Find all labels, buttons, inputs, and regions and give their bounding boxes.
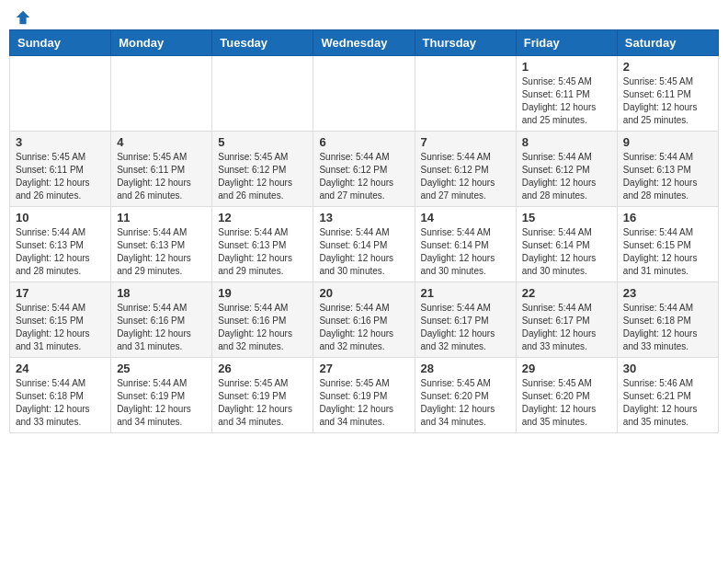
day-number: 28 [421, 362, 510, 375]
day-info: Sunrise: 5:44 AMSunset: 6:14 PMDaylight:… [522, 226, 611, 278]
day-number: 8 [522, 135, 611, 149]
calendar-day-cell: 19Sunrise: 5:44 AMSunset: 6:16 PMDayligh… [212, 282, 313, 358]
day-number: 26 [218, 362, 307, 375]
day-number: 19 [218, 286, 307, 300]
calendar-day-header: Monday [111, 30, 212, 56]
calendar-day-cell: 22Sunrise: 5:44 AMSunset: 6:17 PMDayligh… [516, 282, 617, 358]
day-number: 1 [522, 60, 611, 74]
day-number: 18 [117, 286, 206, 300]
calendar-week-row: 10Sunrise: 5:44 AMSunset: 6:13 PMDayligh… [10, 207, 719, 282]
day-info: Sunrise: 5:44 AMSunset: 6:12 PMDaylight:… [319, 151, 408, 202]
day-info: Sunrise: 5:44 AMSunset: 6:17 PMDaylight:… [421, 302, 510, 353]
calendar-day-cell: 4Sunrise: 5:45 AMSunset: 6:11 PMDaylight… [111, 132, 212, 207]
calendar-header-row: SundayMondayTuesdayWednesdayThursdayFrid… [10, 30, 719, 56]
day-info: Sunrise: 5:44 AMSunset: 6:17 PMDaylight:… [522, 302, 611, 353]
calendar-day-cell: 20Sunrise: 5:44 AMSunset: 6:16 PMDayligh… [313, 282, 415, 358]
day-info: Sunrise: 5:44 AMSunset: 6:14 PMDaylight:… [421, 226, 510, 278]
calendar-day-cell: 17Sunrise: 5:44 AMSunset: 6:15 PMDayligh… [10, 282, 111, 358]
calendar-week-row: 1Sunrise: 5:45 AMSunset: 6:11 PMDaylight… [10, 56, 719, 132]
calendar-day-header: Wednesday [313, 30, 415, 56]
day-info: Sunrise: 5:45 AMSunset: 6:11 PMDaylight:… [16, 151, 105, 202]
day-number: 20 [319, 286, 408, 300]
calendar-day-header: Sunday [10, 30, 111, 56]
calendar-day-cell [212, 56, 313, 132]
calendar-day-cell: 29Sunrise: 5:45 AMSunset: 6:20 PMDayligh… [516, 358, 617, 433]
day-number: 30 [623, 362, 712, 375]
calendar-day-cell: 13Sunrise: 5:44 AMSunset: 6:14 PMDayligh… [313, 207, 415, 282]
calendar-day-cell [313, 56, 415, 132]
day-number: 12 [218, 211, 307, 224]
day-info: Sunrise: 5:45 AMSunset: 6:12 PMDaylight:… [218, 151, 307, 202]
day-info: Sunrise: 5:44 AMSunset: 6:13 PMDaylight:… [218, 226, 307, 278]
day-info: Sunrise: 5:44 AMSunset: 6:18 PMDaylight:… [16, 377, 105, 429]
calendar-day-cell [10, 56, 111, 132]
day-info: Sunrise: 5:44 AMSunset: 6:15 PMDaylight:… [16, 302, 105, 353]
day-info: Sunrise: 5:45 AMSunset: 6:19 PMDaylight:… [218, 377, 307, 429]
calendar-day-cell [111, 56, 212, 132]
day-info: Sunrise: 5:45 AMSunset: 6:11 PMDaylight:… [623, 75, 712, 127]
calendar-day-cell: 6Sunrise: 5:44 AMSunset: 6:12 PMDaylight… [313, 132, 415, 207]
day-info: Sunrise: 5:44 AMSunset: 6:15 PMDaylight:… [623, 226, 712, 278]
svg-marker-0 [17, 11, 29, 24]
day-number: 22 [522, 286, 611, 300]
day-info: Sunrise: 5:45 AMSunset: 6:11 PMDaylight:… [117, 151, 206, 202]
day-info: Sunrise: 5:44 AMSunset: 6:12 PMDaylight:… [421, 151, 510, 202]
day-number: 3 [16, 135, 105, 149]
day-number: 24 [16, 362, 105, 375]
day-info: Sunrise: 5:46 AMSunset: 6:21 PMDaylight:… [623, 377, 712, 429]
calendar-day-cell: 2Sunrise: 5:45 AMSunset: 6:11 PMDaylight… [617, 56, 718, 132]
calendar-day-cell: 5Sunrise: 5:45 AMSunset: 6:12 PMDaylight… [212, 132, 313, 207]
calendar-day-cell: 28Sunrise: 5:45 AMSunset: 6:20 PMDayligh… [415, 358, 516, 433]
day-number: 29 [522, 362, 611, 375]
calendar-day-cell: 3Sunrise: 5:45 AMSunset: 6:11 PMDaylight… [10, 132, 111, 207]
calendar-day-cell: 15Sunrise: 5:44 AMSunset: 6:14 PMDayligh… [516, 207, 617, 282]
calendar-week-row: 24Sunrise: 5:44 AMSunset: 6:18 PMDayligh… [10, 358, 719, 433]
day-info: Sunrise: 5:44 AMSunset: 6:13 PMDaylight:… [623, 151, 712, 202]
day-number: 27 [319, 362, 408, 375]
calendar-day-cell [415, 56, 516, 132]
calendar-day-cell: 27Sunrise: 5:45 AMSunset: 6:19 PMDayligh… [313, 358, 415, 433]
calendar-day-cell: 24Sunrise: 5:44 AMSunset: 6:18 PMDayligh… [10, 358, 111, 433]
calendar-day-cell: 8Sunrise: 5:44 AMSunset: 6:12 PMDaylight… [516, 132, 617, 207]
day-info: Sunrise: 5:44 AMSunset: 6:16 PMDaylight:… [117, 302, 206, 353]
calendar-day-cell: 25Sunrise: 5:44 AMSunset: 6:19 PMDayligh… [111, 358, 212, 433]
day-number: 23 [623, 286, 712, 300]
day-info: Sunrise: 5:45 AMSunset: 6:20 PMDaylight:… [522, 377, 611, 429]
calendar-day-cell: 7Sunrise: 5:44 AMSunset: 6:12 PMDaylight… [415, 132, 516, 207]
day-number: 11 [117, 211, 206, 224]
calendar-day-cell: 21Sunrise: 5:44 AMSunset: 6:17 PMDayligh… [415, 282, 516, 358]
calendar-day-header: Tuesday [212, 30, 313, 56]
day-info: Sunrise: 5:44 AMSunset: 6:19 PMDaylight:… [117, 377, 206, 429]
day-number: 25 [117, 362, 206, 375]
day-number: 21 [421, 286, 510, 300]
calendar-day-cell: 18Sunrise: 5:44 AMSunset: 6:16 PMDayligh… [111, 282, 212, 358]
calendar-day-header: Saturday [617, 30, 718, 56]
day-info: Sunrise: 5:44 AMSunset: 6:14 PMDaylight:… [319, 226, 408, 278]
logo-icon [15, 9, 31, 26]
day-number: 15 [522, 211, 611, 224]
calendar-day-cell: 16Sunrise: 5:44 AMSunset: 6:15 PMDayligh… [617, 207, 718, 282]
day-number: 10 [16, 211, 105, 224]
calendar-day-cell: 9Sunrise: 5:44 AMSunset: 6:13 PMDaylight… [617, 132, 718, 207]
calendar-day-header: Friday [516, 30, 617, 56]
calendar-table: SundayMondayTuesdayWednesdayThursdayFrid… [9, 29, 719, 433]
day-info: Sunrise: 5:44 AMSunset: 6:13 PMDaylight:… [16, 226, 105, 278]
calendar-day-cell: 26Sunrise: 5:45 AMSunset: 6:19 PMDayligh… [212, 358, 313, 433]
day-info: Sunrise: 5:45 AMSunset: 6:20 PMDaylight:… [421, 377, 510, 429]
calendar-day-cell: 12Sunrise: 5:44 AMSunset: 6:13 PMDayligh… [212, 207, 313, 282]
day-number: 4 [117, 135, 206, 149]
day-info: Sunrise: 5:44 AMSunset: 6:16 PMDaylight:… [319, 302, 408, 353]
calendar-week-row: 17Sunrise: 5:44 AMSunset: 6:15 PMDayligh… [10, 282, 719, 358]
calendar-day-cell: 23Sunrise: 5:44 AMSunset: 6:18 PMDayligh… [617, 282, 718, 358]
day-info: Sunrise: 5:45 AMSunset: 6:19 PMDaylight:… [319, 377, 408, 429]
day-number: 14 [421, 211, 510, 224]
day-info: Sunrise: 5:44 AMSunset: 6:13 PMDaylight:… [117, 226, 206, 278]
day-number: 9 [623, 135, 712, 149]
day-info: Sunrise: 5:45 AMSunset: 6:11 PMDaylight:… [522, 75, 611, 127]
calendar-day-cell: 30Sunrise: 5:46 AMSunset: 6:21 PMDayligh… [617, 358, 718, 433]
calendar-day-cell: 11Sunrise: 5:44 AMSunset: 6:13 PMDayligh… [111, 207, 212, 282]
day-number: 13 [319, 211, 408, 224]
day-number: 17 [16, 286, 105, 300]
calendar-week-row: 3Sunrise: 5:45 AMSunset: 6:11 PMDaylight… [10, 132, 719, 207]
calendar-day-cell: 14Sunrise: 5:44 AMSunset: 6:14 PMDayligh… [415, 207, 516, 282]
